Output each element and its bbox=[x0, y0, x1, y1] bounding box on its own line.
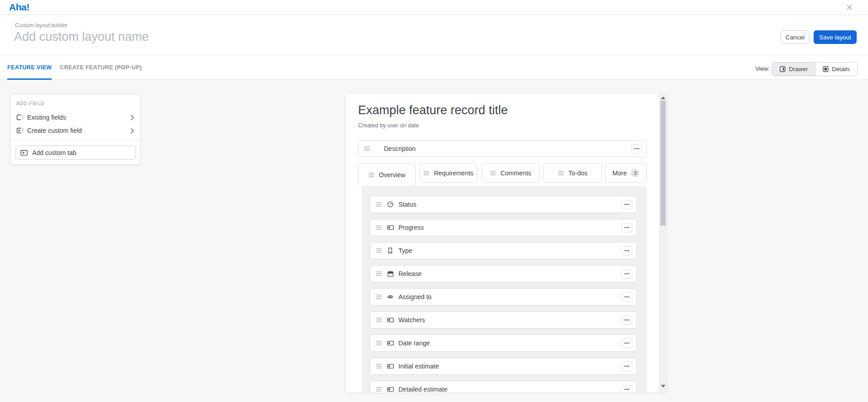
bookmark-icon bbox=[387, 247, 394, 254]
field-label: Detailed estimate bbox=[398, 386, 447, 392]
field-label: Assigned to bbox=[398, 293, 432, 300]
layout-builder-header: Custom layout builder Cancel Save layout bbox=[0, 15, 868, 55]
field-row-initial-estimate[interactable]: Initial estimate bbox=[370, 358, 637, 375]
record-tab-todos[interactable]: To-dos bbox=[543, 163, 602, 183]
scrollbar-thumb[interactable] bbox=[660, 101, 666, 226]
ellipsis-icon bbox=[624, 250, 630, 252]
drag-handle-icon[interactable] bbox=[376, 202, 383, 207]
drawer-icon bbox=[780, 66, 786, 72]
tab-feature-view[interactable]: FEATURE VIEW bbox=[7, 55, 52, 80]
drag-handle-icon[interactable] bbox=[423, 170, 430, 176]
create-custom-field-label: Create custom field bbox=[27, 127, 131, 134]
progress-bar-icon bbox=[387, 224, 394, 231]
scroll-up-icon[interactable] bbox=[661, 97, 665, 100]
drag-handle-icon[interactable] bbox=[364, 146, 371, 151]
add-field-heading: ADD FIELD bbox=[16, 101, 44, 106]
field-label: Initial estimate bbox=[398, 363, 439, 370]
drag-handle-icon[interactable] bbox=[376, 248, 383, 253]
drag-handle-icon[interactable] bbox=[376, 340, 383, 346]
existing-fields-item[interactable]: Existing fields bbox=[13, 111, 138, 123]
record-tab-comments[interactable]: Comments bbox=[482, 163, 539, 183]
field-row-watchers[interactable]: Watchers bbox=[370, 311, 637, 329]
builder-tab-bar: FEATURE VIEW CREATE FEATURE (POP-UP) Vie… bbox=[0, 55, 868, 80]
details-icon bbox=[823, 66, 829, 72]
field-menu-button[interactable] bbox=[621, 339, 632, 348]
drag-handle-icon[interactable] bbox=[490, 170, 496, 176]
ellipsis-icon bbox=[624, 296, 630, 298]
more-tab-label: More bbox=[612, 170, 627, 177]
drag-handle-icon[interactable] bbox=[376, 363, 383, 369]
record-tab-requirements[interactable]: Requirements bbox=[420, 163, 477, 183]
drag-handle-icon[interactable] bbox=[376, 317, 383, 323]
cancel-button[interactable]: Cancel bbox=[781, 30, 810, 44]
field-row-assigned-to[interactable]: Assigned to bbox=[370, 288, 637, 305]
tab-create-feature-popup[interactable]: CREATE FEATURE (POP-UP) bbox=[60, 55, 142, 80]
record-tab-label: To-dos bbox=[568, 170, 587, 177]
add-custom-tab-button[interactable]: Add custom tab bbox=[15, 145, 136, 160]
save-layout-button[interactable]: Save layout bbox=[814, 30, 857, 44]
add-custom-tab-label: Add custom tab bbox=[32, 149, 76, 156]
field-row-progress[interactable]: Progress bbox=[370, 219, 637, 236]
view-details-button[interactable]: Details bbox=[815, 63, 857, 76]
progress-bar-icon bbox=[387, 317, 394, 323]
field-row-status[interactable]: Status bbox=[370, 196, 637, 213]
eye-icon bbox=[387, 294, 394, 300]
field-menu-button[interactable] bbox=[621, 223, 632, 232]
field-menu-button[interactable] bbox=[621, 315, 632, 325]
record-tab-label: Comments bbox=[500, 170, 531, 177]
details-button-label: Details bbox=[832, 66, 850, 73]
close-button[interactable] bbox=[846, 4, 853, 11]
existing-fields-label: Existing fields bbox=[27, 114, 131, 121]
drawer-button-label: Drawer bbox=[789, 66, 808, 73]
field-menu-button[interactable] bbox=[621, 362, 632, 371]
drag-handle-icon[interactable] bbox=[558, 170, 564, 176]
close-icon bbox=[846, 4, 853, 10]
layout-name-input[interactable] bbox=[14, 30, 422, 44]
field-menu-button[interactable] bbox=[621, 200, 632, 209]
drag-handle-icon[interactable] bbox=[376, 271, 383, 276]
progress-bar-icon bbox=[387, 386, 394, 392]
status-gauge-icon bbox=[387, 201, 394, 208]
ellipsis-icon bbox=[624, 273, 630, 275]
card-scrollbar[interactable] bbox=[659, 94, 667, 392]
scroll-down-icon[interactable] bbox=[661, 385, 665, 388]
field-menu-button[interactable] bbox=[621, 385, 632, 393]
top-bar: Aha! bbox=[0, 0, 868, 15]
field-row-type[interactable]: Type bbox=[370, 242, 637, 259]
ellipsis-icon bbox=[624, 365, 630, 367]
panel-divider bbox=[10, 140, 140, 140]
existing-field-icon bbox=[16, 114, 24, 121]
create-custom-field-item[interactable]: Create custom field bbox=[13, 125, 138, 136]
progress-bar-icon bbox=[387, 340, 394, 346]
drag-handle-icon[interactable] bbox=[376, 294, 383, 300]
field-menu-button[interactable] bbox=[621, 246, 632, 256]
drag-handle-icon[interactable] bbox=[376, 225, 383, 230]
field-row-date-range[interactable]: Date range bbox=[370, 334, 637, 352]
field-label: Progress bbox=[398, 224, 424, 231]
field-menu-button[interactable] bbox=[621, 269, 632, 279]
drag-handle-icon[interactable] bbox=[369, 172, 375, 178]
field-menu-button[interactable] bbox=[621, 292, 632, 302]
view-drawer-button[interactable]: Drawer bbox=[772, 63, 815, 76]
record-title: Example feature record title bbox=[358, 103, 508, 117]
record-tab-label: Requirements bbox=[434, 170, 473, 177]
field-row-release[interactable]: Release bbox=[370, 265, 637, 282]
more-count-badge: 3 bbox=[631, 169, 640, 177]
field-label: Release bbox=[398, 270, 422, 277]
field-row-detailed-estimate[interactable]: Detailed estimate bbox=[370, 381, 637, 392]
aha-logo[interactable]: Aha! bbox=[9, 2, 29, 13]
record-tab-more[interactable]: More 3 bbox=[605, 163, 647, 183]
description-row[interactable]: Description bbox=[358, 140, 647, 157]
record-tab-overview[interactable]: Overview bbox=[358, 163, 416, 186]
overview-field-panel: Status Progress Type Release bbox=[362, 186, 647, 392]
chevron-right-icon bbox=[131, 128, 134, 134]
description-menu-button[interactable] bbox=[631, 144, 642, 154]
ellipsis-icon bbox=[624, 203, 630, 205]
view-toggle: Drawer Details bbox=[772, 62, 858, 76]
drag-handle-icon[interactable] bbox=[376, 387, 383, 392]
ellipsis-icon bbox=[624, 342, 630, 344]
builder-content: ADD FIELD Existing fields Create custom … bbox=[0, 80, 868, 402]
create-field-icon bbox=[16, 127, 24, 134]
ellipsis-icon bbox=[624, 388, 630, 390]
field-label: Type bbox=[398, 247, 412, 254]
